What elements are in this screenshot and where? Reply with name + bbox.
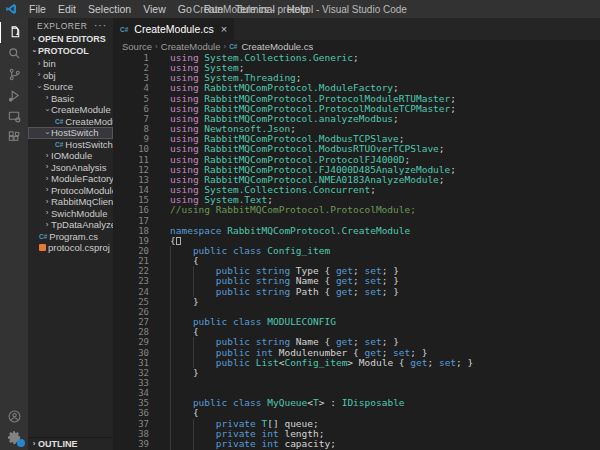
tree-item-tpdataanalyzemod-[interactable]: ›TpDataAnalyzeMod... <box>28 219 113 231</box>
extensions-icon[interactable] <box>0 127 28 148</box>
line-number: 38 <box>113 429 149 439</box>
tree-item-label: HostSwitch.cs <box>65 139 113 150</box>
code-line[interactable]: 16//using RabbitMQComProtocol.ProtocolMo… <box>113 205 600 215</box>
explorer-icon[interactable] <box>0 22 28 43</box>
code-line[interactable]: 33 <box>113 378 600 388</box>
account-icon[interactable] <box>0 406 28 427</box>
menu-item-file[interactable]: File <box>23 3 52 15</box>
tree-item-modulefactory[interactable]: ›ModuleFactory <box>28 173 113 185</box>
chevron-right-icon: › <box>43 152 51 160</box>
tree-item-program-cs[interactable]: C#Program.cs <box>28 231 113 243</box>
tree-item-protocolmodule[interactable]: ›ProtocolModule <box>28 185 113 197</box>
line-number: 17 <box>113 216 149 226</box>
chevron-right-icon: › <box>30 35 38 43</box>
tree-item-hostswitch[interactable]: ›HostSwitch <box>28 127 113 139</box>
menu-item-selection[interactable]: Selection <box>82 3 137 15</box>
csharp-file-icon: C# <box>229 43 237 50</box>
breadcrumb-item[interactable]: CreateModule <box>161 41 221 52</box>
close-tab-icon[interactable]: × <box>221 23 227 35</box>
tree-item-label: ModuleFactory <box>51 173 113 184</box>
csharp-file-icon: C# <box>39 233 47 240</box>
csharp-file-icon: C# <box>55 118 63 125</box>
line-number: 32 <box>113 368 149 378</box>
search-icon[interactable] <box>0 43 28 64</box>
line-number: 16 <box>113 205 149 215</box>
line-number: 5 <box>113 94 149 104</box>
file-tree: ›bin›obj›Source›Basic›CreateModuleC#Crea… <box>28 58 113 254</box>
menu-item-go[interactable]: Go <box>172 3 198 15</box>
vscode-logo-icon <box>5 3 17 15</box>
breadcrumb-item[interactable]: Source <box>122 41 152 52</box>
tree-item-createmodule-cs[interactable]: C#CreateModule.cs <box>28 116 113 128</box>
source-control-icon[interactable] <box>0 64 28 85</box>
line-number: 25 <box>113 297 149 307</box>
code-area[interactable]: 1using System.Collections.Generic;2using… <box>113 53 600 450</box>
chevron-right-icon: › <box>43 209 51 217</box>
code-text: } <box>149 297 199 307</box>
chevron-down-icon: › <box>43 129 51 137</box>
menu-item-terminal[interactable]: Terminal <box>229 3 281 15</box>
tab-bar: C# CreateModule.cs × <box>113 18 600 40</box>
indent-guide <box>170 368 171 378</box>
line-number: 37 <box>113 419 149 429</box>
line-number: 35 <box>113 398 149 408</box>
code-text <box>149 216 170 226</box>
line-number: 36 <box>113 408 149 418</box>
tree-item-basic[interactable]: ›Basic <box>28 93 113 105</box>
tree-item-createmodule[interactable]: ›CreateModule <box>28 104 113 116</box>
code-line[interactable]: 18namespace RabbitMQComProtocol.CreateMo… <box>113 226 600 236</box>
tree-item-label: HostSwitch <box>51 127 99 138</box>
tree-item-iomodule[interactable]: ›IOModule <box>28 150 113 162</box>
tree-item-swichmodule[interactable]: ›SwichModule <box>28 208 113 220</box>
explorer-actions-button[interactable]: ··· <box>94 20 107 31</box>
tree-item-label: Basic <box>51 93 74 104</box>
chevron-right-icon: › <box>43 186 51 194</box>
line-number: 1 <box>113 53 149 63</box>
code-text <box>149 388 170 398</box>
outline-section[interactable]: › OUTLINE <box>28 437 113 450</box>
tree-item-bin[interactable]: ›bin <box>28 58 113 70</box>
tab-createmodule[interactable]: C# CreateModule.cs × <box>113 18 234 40</box>
menu-item-edit[interactable]: Edit <box>52 3 82 15</box>
chevron-right-icon: › <box>43 221 51 229</box>
tree-item-hostswitch-cs[interactable]: C#HostSwitch.cs <box>28 139 113 151</box>
explorer-title: EXPLORER <box>37 21 87 31</box>
code-line[interactable]: 32 } <box>113 368 600 378</box>
editor-group: C# CreateModule.cs × Source › CreateModu… <box>113 18 600 450</box>
chevron-right-icon: › <box>43 163 51 171</box>
tree-item-label: IOModule <box>51 150 92 161</box>
line-number: 29 <box>113 337 149 347</box>
activity-icons-bottom <box>0 406 28 448</box>
line-number: 4 <box>113 83 149 93</box>
line-number: 30 <box>113 348 149 358</box>
tree-item-obj[interactable]: ›obj <box>28 70 113 82</box>
open-editors-section[interactable]: › OPEN EDITORS <box>28 33 113 45</box>
manage-icon[interactable] <box>0 427 28 448</box>
line-number: 24 <box>113 287 149 297</box>
menu-item-view[interactable]: View <box>137 3 172 15</box>
line-number: 31 <box>113 358 149 368</box>
chevron-right-icon: › <box>35 60 43 68</box>
code-text: } <box>149 368 199 378</box>
tree-item-label: Program.cs <box>49 231 98 242</box>
chevron-right-icon: › <box>223 42 226 51</box>
menu-item-help[interactable]: Help <box>281 3 315 15</box>
line-number: 9 <box>113 134 149 144</box>
line-number: 7 <box>113 114 149 124</box>
remote-explorer-icon[interactable] <box>0 106 28 127</box>
line-number: 23 <box>113 276 149 286</box>
code-line[interactable]: 25 } <box>113 297 600 307</box>
tree-item-protocol-csproj[interactable]: protocol.csproj <box>28 242 113 254</box>
run-debug-icon[interactable] <box>0 85 28 106</box>
breadcrumb-file[interactable]: C# CreateModule.cs <box>229 41 313 52</box>
tree-item-jsonanalysis[interactable]: ›JsonAnalysis <box>28 162 113 174</box>
chevron-right-icon: › <box>30 440 38 448</box>
tree-item-rabbitmqclient[interactable]: ›RabbitMqClient <box>28 196 113 208</box>
line-number: 19 <box>113 236 149 246</box>
tree-item-label: JsonAnalysis <box>51 162 106 173</box>
line-number: 28 <box>113 327 149 337</box>
tree-item-source[interactable]: ›Source <box>28 81 113 93</box>
menu-item-run[interactable]: Run <box>198 3 229 15</box>
line-number: 12 <box>113 165 149 175</box>
folder-section[interactable]: › PROTOCOL <box>28 45 113 57</box>
